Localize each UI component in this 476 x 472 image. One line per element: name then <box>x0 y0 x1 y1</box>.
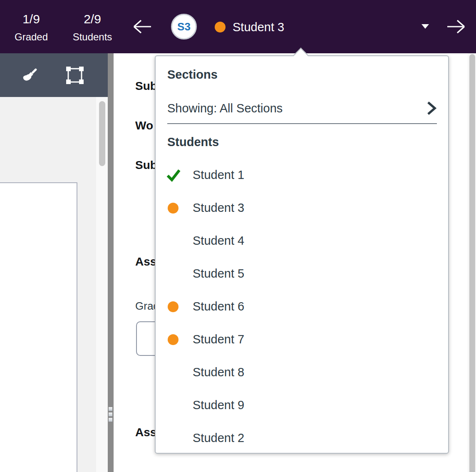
annotation-toolbar <box>0 53 108 97</box>
document-scrollbar-thumb[interactable] <box>99 101 105 166</box>
graded-count-block: 1/9 Graded <box>12 12 50 43</box>
document-viewer-panel <box>0 53 108 472</box>
student-list-item[interactable]: Student 9 <box>156 389 448 422</box>
details-heading-clipped: Sub <box>135 79 157 93</box>
graded-label: Graded <box>12 31 50 43</box>
panel-resize-divider[interactable] <box>108 53 114 472</box>
students-header: Students <box>167 135 219 149</box>
graded-count: 1/9 <box>12 12 50 27</box>
students-label: Students <box>67 31 117 43</box>
student-list: Student 1 Student 3 <box>156 159 448 455</box>
student-name: Student 4 <box>193 234 244 248</box>
resize-grip-icon <box>109 412 112 416</box>
current-student-name[interactable]: Student 3 <box>233 20 284 34</box>
showing-label: Showing: All Sections <box>167 102 283 115</box>
student-list-item[interactable]: Student 1 <box>156 159 448 191</box>
top-bar: 1/9 Graded 2/9 Students S3 Student 3 <box>0 0 476 53</box>
sections-header: Sections <box>167 67 218 82</box>
student-list-item[interactable]: Student 6 <box>156 290 448 323</box>
details-heading-clipped: Sub <box>135 159 157 172</box>
student-name: Student 9 <box>193 398 244 412</box>
student-status-icon <box>166 300 180 313</box>
student-status-icon <box>166 399 180 412</box>
student-list-item[interactable]: Student 5 <box>156 257 448 290</box>
student-status-icon <box>166 432 180 445</box>
chevron-right-icon <box>426 101 437 116</box>
previous-student-arrow-icon[interactable] <box>132 19 153 34</box>
student-list-item[interactable]: Student 3 <box>156 191 448 224</box>
student-name: Student 8 <box>193 365 244 379</box>
popover-divider <box>167 123 437 124</box>
student-status-icon <box>166 201 180 215</box>
student-list-item[interactable]: Student 2 <box>156 422 448 455</box>
student-name: Student 6 <box>193 300 244 313</box>
student-list-item[interactable]: Student 7 <box>156 323 448 356</box>
student-status-icon <box>166 234 180 248</box>
student-name: Student 3 <box>193 201 244 215</box>
next-student-arrow-icon[interactable] <box>446 19 466 34</box>
student-status-icon <box>166 333 180 346</box>
student-name: Student 1 <box>193 168 244 182</box>
details-heading-clipped: Ass <box>135 426 156 439</box>
ungraded-dot-icon <box>168 301 178 312</box>
students-popover: Sections Showing: All Sections Students <box>155 55 449 454</box>
selection-tool-icon[interactable] <box>65 65 85 85</box>
student-name: Student 7 <box>193 333 244 346</box>
student-status-dot-icon <box>215 22 226 32</box>
student-status-icon <box>166 267 180 281</box>
students-count-block: 2/9 Students <box>67 12 117 43</box>
check-icon <box>166 169 181 182</box>
students-count: 2/9 <box>67 12 117 27</box>
student-list-item[interactable]: Student 4 <box>156 224 448 257</box>
ungraded-dot-icon <box>168 334 178 345</box>
student-name: Student 5 <box>193 267 244 281</box>
student-list-item[interactable]: Student 8 <box>156 356 448 389</box>
student-status-icon <box>166 366 180 379</box>
showing-all-sections-item[interactable]: Showing: All Sections <box>167 101 437 116</box>
details-heading-clipped: Wo <box>135 119 153 132</box>
student-status-icon <box>166 169 180 182</box>
student-menu-caret-icon[interactable] <box>421 24 429 29</box>
speedgrader-screen: 1/9 Graded 2/9 Students S3 Student 3 <box>0 0 476 472</box>
resize-grip-icon <box>109 407 112 411</box>
ungraded-dot-icon <box>168 203 178 214</box>
resize-grip-icon <box>109 418 112 422</box>
brush-tool-icon[interactable] <box>20 65 40 85</box>
details-heading-clipped: Ass <box>135 255 156 268</box>
student-avatar[interactable]: S3 <box>171 14 197 40</box>
student-name: Student 2 <box>193 431 244 445</box>
submission-document-page <box>0 182 77 472</box>
page-scrollbar-thumb[interactable] <box>469 54 475 472</box>
